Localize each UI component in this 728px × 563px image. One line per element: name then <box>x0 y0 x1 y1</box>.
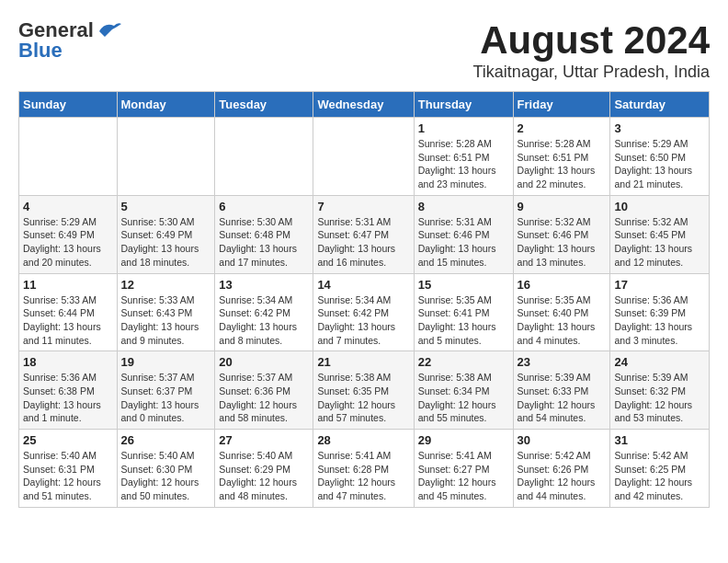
day-number: 14 <box>317 278 409 292</box>
calendar-cell: 27Sunrise: 5:40 AM Sunset: 6:29 PM Dayli… <box>215 430 313 508</box>
calendar-cell: 6Sunrise: 5:30 AM Sunset: 6:48 PM Daylig… <box>215 195 313 273</box>
day-info: Sunrise: 5:40 AM Sunset: 6:29 PM Dayligh… <box>219 449 309 503</box>
day-number: 7 <box>317 200 409 213</box>
calendar-cell: 1Sunrise: 5:28 AM Sunset: 6:51 PM Daylig… <box>414 118 513 196</box>
day-info: Sunrise: 5:40 AM Sunset: 6:31 PM Dayligh… <box>23 449 113 503</box>
calendar-cell: 26Sunrise: 5:40 AM Sunset: 6:30 PM Dayli… <box>117 430 215 508</box>
day-number: 23 <box>518 355 607 369</box>
day-info: Sunrise: 5:38 AM Sunset: 6:35 PM Dayligh… <box>317 371 409 425</box>
day-number: 30 <box>518 433 607 447</box>
calendar-cell: 12Sunrise: 5:33 AM Sunset: 6:43 PM Dayli… <box>117 273 215 351</box>
calendar-title: August 2024 <box>473 18 710 63</box>
day-info: Sunrise: 5:30 AM Sunset: 6:48 PM Dayligh… <box>219 215 309 270</box>
day-number: 8 <box>418 200 509 213</box>
day-info: Sunrise: 5:41 AM Sunset: 6:27 PM Dayligh… <box>418 449 509 503</box>
day-info: Sunrise: 5:40 AM Sunset: 6:30 PM Dayligh… <box>121 449 211 503</box>
calendar-cell: 2Sunrise: 5:28 AM Sunset: 6:51 PM Daylig… <box>513 118 610 196</box>
day-number: 24 <box>614 355 705 369</box>
calendar-cell: 10Sunrise: 5:32 AM Sunset: 6:45 PM Dayli… <box>610 195 710 273</box>
day-number: 12 <box>121 278 211 292</box>
logo-blue-text: Blue <box>18 39 63 63</box>
week-row: 1Sunrise: 5:28 AM Sunset: 6:51 PM Daylig… <box>19 118 710 196</box>
day-number: 27 <box>219 433 309 447</box>
day-number: 3 <box>614 121 705 135</box>
calendar-cell: 20Sunrise: 5:37 AM Sunset: 6:36 PM Dayli… <box>215 351 313 430</box>
day-number: 11 <box>23 278 113 292</box>
day-number: 17 <box>614 278 705 292</box>
calendar-subtitle: Tikaitnagar, Uttar Pradesh, India <box>473 63 710 82</box>
day-info: Sunrise: 5:39 AM Sunset: 6:33 PM Dayligh… <box>518 371 607 425</box>
day-info: Sunrise: 5:37 AM Sunset: 6:37 PM Dayligh… <box>121 371 211 425</box>
week-row: 25Sunrise: 5:40 AM Sunset: 6:31 PM Dayli… <box>19 430 710 508</box>
calendar-cell: 4Sunrise: 5:29 AM Sunset: 6:49 PM Daylig… <box>19 195 118 273</box>
calendar-cell <box>117 118 215 196</box>
day-info: Sunrise: 5:33 AM Sunset: 6:43 PM Dayligh… <box>121 293 211 348</box>
week-row: 4Sunrise: 5:29 AM Sunset: 6:49 PM Daylig… <box>19 195 710 273</box>
day-info: Sunrise: 5:42 AM Sunset: 6:25 PM Dayligh… <box>614 449 705 503</box>
day-info: Sunrise: 5:34 AM Sunset: 6:42 PM Dayligh… <box>317 293 409 348</box>
calendar-table: SundayMondayTuesdayWednesdayThursdayFrid… <box>18 91 710 508</box>
day-number: 5 <box>121 200 211 213</box>
calendar-cell: 17Sunrise: 5:36 AM Sunset: 6:39 PM Dayli… <box>610 273 710 351</box>
calendar-cell: 18Sunrise: 5:36 AM Sunset: 6:38 PM Dayli… <box>19 351 118 430</box>
calendar-cell: 14Sunrise: 5:34 AM Sunset: 6:42 PM Dayli… <box>313 273 414 351</box>
calendar-cell: 9Sunrise: 5:32 AM Sunset: 6:46 PM Daylig… <box>513 195 610 273</box>
day-info: Sunrise: 5:36 AM Sunset: 6:38 PM Dayligh… <box>23 371 113 425</box>
day-number: 10 <box>614 200 705 213</box>
day-number: 22 <box>418 355 509 369</box>
day-info: Sunrise: 5:30 AM Sunset: 6:49 PM Dayligh… <box>121 215 211 270</box>
col-header-saturday: Saturday <box>610 92 710 118</box>
calendar-cell: 22Sunrise: 5:38 AM Sunset: 6:34 PM Dayli… <box>414 351 513 430</box>
title-block: August 2024 Tikaitnagar, Uttar Pradesh, … <box>473 18 710 82</box>
day-info: Sunrise: 5:31 AM Sunset: 6:46 PM Dayligh… <box>418 215 509 270</box>
calendar-cell <box>215 118 313 196</box>
col-header-friday: Friday <box>513 92 610 118</box>
day-info: Sunrise: 5:39 AM Sunset: 6:32 PM Dayligh… <box>614 371 705 425</box>
day-info: Sunrise: 5:31 AM Sunset: 6:47 PM Dayligh… <box>317 215 409 270</box>
day-info: Sunrise: 5:35 AM Sunset: 6:41 PM Dayligh… <box>418 293 509 348</box>
calendar-cell: 23Sunrise: 5:39 AM Sunset: 6:33 PM Dayli… <box>513 351 610 430</box>
day-number: 31 <box>614 433 705 447</box>
calendar-cell: 21Sunrise: 5:38 AM Sunset: 6:35 PM Dayli… <box>313 351 414 430</box>
day-number: 20 <box>219 355 309 369</box>
col-header-wednesday: Wednesday <box>313 92 414 118</box>
day-number: 1 <box>418 121 509 135</box>
day-info: Sunrise: 5:29 AM Sunset: 6:50 PM Dayligh… <box>614 137 705 191</box>
col-header-tuesday: Tuesday <box>215 92 313 118</box>
day-number: 28 <box>317 433 409 447</box>
day-info: Sunrise: 5:41 AM Sunset: 6:28 PM Dayligh… <box>317 449 409 503</box>
day-number: 9 <box>518 200 607 213</box>
calendar-cell: 3Sunrise: 5:29 AM Sunset: 6:50 PM Daylig… <box>610 118 710 196</box>
day-info: Sunrise: 5:28 AM Sunset: 6:51 PM Dayligh… <box>518 137 607 191</box>
calendar-cell <box>19 118 118 196</box>
day-number: 16 <box>518 278 607 292</box>
logo-bird-icon <box>96 20 121 40</box>
header-row: SundayMondayTuesdayWednesdayThursdayFrid… <box>19 92 710 118</box>
day-number: 26 <box>121 433 211 447</box>
day-number: 25 <box>23 433 113 447</box>
day-info: Sunrise: 5:29 AM Sunset: 6:49 PM Dayligh… <box>23 215 113 270</box>
calendar-cell: 5Sunrise: 5:30 AM Sunset: 6:49 PM Daylig… <box>117 195 215 273</box>
calendar-cell: 29Sunrise: 5:41 AM Sunset: 6:27 PM Dayli… <box>414 430 513 508</box>
day-info: Sunrise: 5:37 AM Sunset: 6:36 PM Dayligh… <box>219 371 309 425</box>
day-number: 19 <box>121 355 211 369</box>
day-info: Sunrise: 5:35 AM Sunset: 6:40 PM Dayligh… <box>518 293 607 348</box>
day-info: Sunrise: 5:32 AM Sunset: 6:46 PM Dayligh… <box>518 215 607 270</box>
day-info: Sunrise: 5:34 AM Sunset: 6:42 PM Dayligh… <box>219 293 309 348</box>
calendar-cell: 11Sunrise: 5:33 AM Sunset: 6:44 PM Dayli… <box>19 273 118 351</box>
calendar-cell: 28Sunrise: 5:41 AM Sunset: 6:28 PM Dayli… <box>313 430 414 508</box>
calendar-cell <box>313 118 414 196</box>
calendar-header: SundayMondayTuesdayWednesdayThursdayFrid… <box>19 92 710 118</box>
day-number: 2 <box>518 121 607 135</box>
col-header-sunday: Sunday <box>19 92 118 118</box>
calendar-cell: 13Sunrise: 5:34 AM Sunset: 6:42 PM Dayli… <box>215 273 313 351</box>
day-number: 6 <box>219 200 309 213</box>
calendar-cell: 16Sunrise: 5:35 AM Sunset: 6:40 PM Dayli… <box>513 273 610 351</box>
day-number: 15 <box>418 278 509 292</box>
day-info: Sunrise: 5:33 AM Sunset: 6:44 PM Dayligh… <box>23 293 113 348</box>
week-row: 11Sunrise: 5:33 AM Sunset: 6:44 PM Dayli… <box>19 273 710 351</box>
day-number: 21 <box>317 355 409 369</box>
day-info: Sunrise: 5:42 AM Sunset: 6:26 PM Dayligh… <box>518 449 607 503</box>
day-number: 13 <box>219 278 309 292</box>
day-info: Sunrise: 5:36 AM Sunset: 6:39 PM Dayligh… <box>614 293 705 348</box>
